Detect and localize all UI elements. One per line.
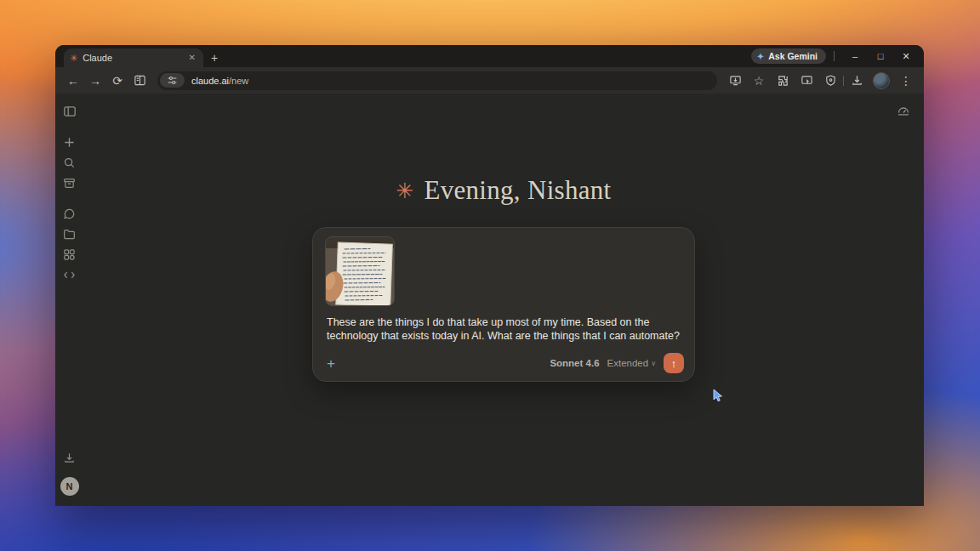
greeting: ✳ Evening, Nishant — [83, 175, 924, 206]
model-selector[interactable]: Sonnet 4.6 — [550, 358, 599, 368]
tabstrip-separator — [834, 51, 835, 61]
chat-bubble-icon — [63, 207, 76, 220]
composer-toolbar: + Sonnet 4.6 Extended ∨ ↑ — [327, 353, 684, 373]
toolbar-actions: ☆ — [724, 70, 917, 92]
artifacts-button[interactable] — [60, 245, 79, 264]
usage-meter-icon — [897, 104, 910, 117]
search-icon — [63, 156, 76, 169]
install-app-button[interactable] — [724, 70, 746, 92]
sidebar-toggle-button[interactable] — [60, 102, 79, 121]
extensions-puzzle-button[interactable] — [772, 70, 794, 92]
send-button[interactable]: ↑ — [664, 353, 684, 373]
password-manager-icon — [824, 74, 837, 87]
site-settings-chip[interactable] — [160, 73, 185, 88]
handwritten-notes-image — [326, 237, 394, 305]
claude-main: ✳ Evening, Nishant — [83, 94, 924, 506]
extensions-puzzle-icon — [777, 74, 789, 87]
url-path: /new — [229, 76, 248, 86]
projects-button[interactable] — [60, 224, 79, 243]
plus-icon — [63, 136, 76, 149]
thinking-mode-selector[interactable]: Extended ∨ — [607, 358, 656, 368]
claude-page: N ✳ Evening, Nishant — [55, 94, 924, 506]
close-button[interactable]: ✕ — [893, 45, 919, 67]
profile-avatar[interactable] — [873, 72, 890, 89]
browser-tab-claude[interactable]: ✳ Claude ✕ — [64, 48, 203, 67]
mouse-cursor — [713, 389, 725, 403]
code-icon — [63, 269, 76, 281]
chat-composer[interactable]: These are the things I do that take up m… — [312, 227, 695, 382]
download-icon — [63, 452, 76, 464]
url-host: claude.ai — [191, 76, 229, 86]
reload-button[interactable]: ⟳ — [106, 70, 128, 92]
archive-box-icon — [63, 177, 76, 190]
search-button[interactable] — [60, 153, 79, 172]
tab-title: Claude — [83, 53, 181, 63]
browser-toolbar: ← → ⟳ claude.ai/new — [55, 67, 924, 94]
gemini-sparkle-icon: ✦ — [757, 52, 764, 61]
claude-logo-icon: ✳ — [396, 180, 414, 202]
user-avatar[interactable]: N — [60, 477, 79, 496]
window-controls: – □ ✕ — [842, 45, 919, 67]
tab-strip: ✳ Claude ✕ + ✦ Ask Gemini – □ ✕ — [55, 45, 924, 67]
back-button[interactable]: ← — [62, 70, 84, 92]
reading-mode-icon — [134, 74, 146, 87]
maximize-button[interactable]: □ — [868, 45, 893, 67]
browser-window: ✳ Claude ✕ + ✦ Ask Gemini – □ ✕ ← — [55, 45, 924, 506]
folder-icon — [63, 228, 76, 241]
site-settings-icon — [167, 75, 178, 86]
attachment-thumbnail[interactable] — [325, 236, 395, 306]
reading-mode-button[interactable] — [128, 70, 151, 92]
sidebar-toggle-icon — [63, 105, 77, 118]
usage-meter-button[interactable] — [897, 104, 910, 121]
new-chat-button[interactable] — [60, 133, 79, 151]
downloads-button[interactable] — [846, 70, 868, 92]
sidebar-download-button[interactable] — [60, 448, 79, 467]
claude-sidebar: N — [55, 94, 83, 506]
new-tab-button[interactable]: + — [203, 48, 225, 67]
tab-capture-button[interactable] — [795, 70, 818, 92]
thinking-mode-label: Extended — [607, 358, 649, 368]
code-button[interactable] — [60, 265, 79, 284]
minimize-button[interactable]: – — [842, 45, 868, 67]
menu-kebab-button[interactable]: ⋮ — [895, 70, 917, 92]
address-bar[interactable]: claude.ai/new — [157, 71, 717, 90]
tab-close-icon[interactable]: ✕ — [187, 52, 197, 64]
ask-gemini-label: Ask Gemini — [768, 51, 818, 61]
desktop-wallpaper: ✳ Claude ✕ + ✦ Ask Gemini – □ ✕ ← — [0, 0, 980, 551]
bookmark-star-button[interactable]: ☆ — [748, 70, 770, 92]
chats-button[interactable] — [60, 204, 79, 223]
claude-favicon-icon: ✳ — [70, 54, 77, 63]
grid-icon — [63, 248, 76, 261]
composer-message-text[interactable]: These are the things I do that take up m… — [327, 315, 681, 343]
url-text: claude.ai/new — [191, 76, 248, 86]
chevron-down-icon: ∨ — [651, 360, 656, 367]
downloads-icon — [851, 74, 863, 87]
password-manager-button[interactable] — [819, 70, 841, 92]
forward-button[interactable]: → — [84, 70, 106, 92]
toolbar-separator — [843, 76, 844, 86]
archive-button[interactable] — [60, 173, 79, 192]
send-arrow-icon: ↑ — [671, 357, 677, 370]
ask-gemini-button[interactable]: ✦ Ask Gemini — [751, 48, 826, 64]
attach-button[interactable]: + — [327, 356, 335, 371]
greeting-text: Evening, Nishant — [424, 175, 611, 206]
tab-capture-icon — [801, 74, 813, 87]
install-app-icon — [729, 74, 742, 87]
